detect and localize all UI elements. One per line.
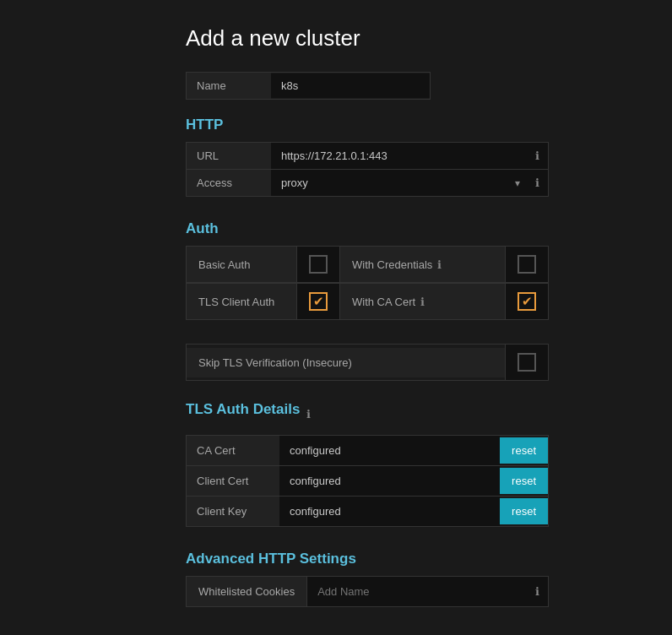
client-cert-row: Client Cert configured reset (186, 465, 549, 496)
tls-info-icon[interactable]: ℹ (306, 408, 311, 421)
basic-auth-checkbox-icon[interactable] (309, 255, 328, 274)
url-info-icon[interactable]: ℹ (527, 143, 548, 169)
basic-auth-checkbox[interactable] (296, 247, 340, 282)
with-credentials-checkbox-icon[interactable] (518, 255, 536, 274)
with-ca-cert-checkbox-icon[interactable]: ✔ (518, 292, 536, 311)
whitelisted-cookies-info-icon[interactable]: ℹ (527, 577, 548, 606)
with-ca-cert-checkbox[interactable]: ✔ (505, 284, 548, 319)
with-ca-cert-info-icon[interactable]: ℹ (420, 296, 425, 308)
skip-tls-checkbox[interactable] (505, 345, 548, 380)
client-key-row: Client Key configured reset (186, 496, 549, 527)
name-label: Name (187, 73, 271, 99)
ca-cert-value: configured (279, 436, 500, 465)
ca-cert-reset-button[interactable]: reset (500, 437, 548, 464)
whitelisted-cookies-input[interactable] (307, 577, 527, 606)
http-section-title: HTTP (186, 117, 621, 133)
skip-tls-label: Skip TLS Verification (Insecure) (187, 348, 505, 377)
access-select[interactable]: proxy direct (271, 170, 515, 196)
page-title: Add a new cluster (186, 25, 621, 52)
name-input[interactable] (271, 73, 430, 98)
client-cert-reset-button[interactable]: reset (500, 468, 548, 494)
access-label: Access (187, 170, 271, 196)
client-cert-value: configured (279, 466, 500, 496)
skip-tls-checkbox-icon[interactable] (518, 353, 536, 372)
whitelisted-cookies-label: Whitelisted Cookies (187, 577, 307, 606)
url-label: URL (187, 143, 271, 169)
with-credentials-checkbox[interactable] (505, 247, 548, 282)
ca-cert-label: CA Cert (187, 436, 279, 465)
with-credentials-info-icon[interactable]: ℹ (437, 258, 442, 271)
basic-auth-label: Basic Auth (187, 247, 296, 282)
url-value: https://172.21.0.1:443 (271, 143, 527, 169)
select-arrow-icon: ▾ (515, 177, 527, 189)
client-key-label: Client Key (187, 497, 279, 526)
tls-client-auth-label: TLS Client Auth (187, 284, 296, 319)
with-ca-cert-label: With CA Cert ℹ (340, 284, 505, 319)
tls-client-auth-checkbox[interactable]: ✔ (296, 284, 340, 319)
access-info-icon[interactable]: ℹ (527, 170, 548, 196)
tls-section-title: TLS Auth Details (186, 401, 300, 418)
with-credentials-label: With Credentials ℹ (340, 247, 505, 282)
client-key-reset-button[interactable]: reset (500, 498, 548, 524)
client-cert-label: Client Cert (187, 466, 279, 496)
ca-cert-row: CA Cert configured reset (186, 435, 549, 465)
auth-section-title: Auth (186, 220, 621, 237)
tls-client-auth-checkbox-icon[interactable]: ✔ (309, 292, 328, 311)
client-key-value: configured (279, 497, 500, 526)
advanced-section-title: Advanced HTTP Settings (186, 551, 621, 567)
